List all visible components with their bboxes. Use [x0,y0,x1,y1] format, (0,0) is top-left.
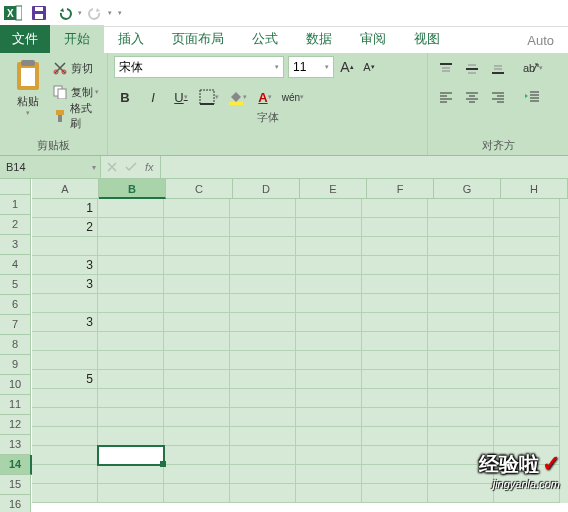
cell-G9[interactable] [428,351,494,370]
cell-C6[interactable] [164,294,230,313]
row-header-1[interactable]: 1 [0,195,31,215]
font-size-combobox[interactable]: 11 ▾ [288,56,334,78]
tab-review[interactable]: 审阅 [346,25,400,53]
column-header-H[interactable]: H [501,179,568,199]
cell-A8[interactable] [32,332,98,351]
cell-C13[interactable] [164,427,230,446]
cell-B15[interactable] [98,465,164,484]
fill-color-button[interactable]: ▾ [226,86,248,108]
cell-H9[interactable] [494,351,560,370]
cell-B9[interactable] [98,351,164,370]
tab-formulas[interactable]: 公式 [238,25,292,53]
cell-F2[interactable] [362,218,428,237]
cell-B4[interactable] [98,256,164,275]
cell-G6[interactable] [428,294,494,313]
tab-view[interactable]: 视图 [400,25,454,53]
cell-D9[interactable] [230,351,296,370]
cell-A14[interactable] [32,446,98,465]
cell-B13[interactable] [98,427,164,446]
cell-D4[interactable] [230,256,296,275]
cell-G15[interactable] [428,465,494,484]
copy-button[interactable]: 复制 ▾ [53,81,101,103]
cell-C4[interactable] [164,256,230,275]
cell-F1[interactable] [362,199,428,218]
cell-G7[interactable] [428,313,494,332]
cell-E11[interactable] [296,389,362,408]
row-header-12[interactable]: 12 [0,415,31,435]
cell-F16[interactable] [362,484,428,503]
column-header-G[interactable]: G [434,179,501,199]
font-color-button[interactable]: A▾ [254,86,276,108]
column-header-A[interactable]: A [32,179,99,199]
cell-H13[interactable] [494,427,560,446]
cell-G12[interactable] [428,408,494,427]
cell-E15[interactable] [296,465,362,484]
tab-home[interactable]: 开始 [50,25,104,53]
column-header-F[interactable]: F [367,179,434,199]
row-header-13[interactable]: 13 [0,435,31,455]
cell-A11[interactable] [32,389,98,408]
cell-G11[interactable] [428,389,494,408]
cell-F3[interactable] [362,237,428,256]
cell-E4[interactable] [296,256,362,275]
column-header-D[interactable]: D [233,179,300,199]
cell-D14[interactable] [230,446,296,465]
cell-G8[interactable] [428,332,494,351]
cell-A13[interactable] [32,427,98,446]
cell-G3[interactable] [428,237,494,256]
cell-C8[interactable] [164,332,230,351]
font-name-dropdown-icon[interactable]: ▾ [275,63,279,71]
cell-C3[interactable] [164,237,230,256]
cell-B8[interactable] [98,332,164,351]
column-header-C[interactable]: C [166,179,233,199]
paste-button[interactable]: 粘贴 ▾ [6,56,49,119]
redo-icon[interactable] [84,2,106,24]
cell-D2[interactable] [230,218,296,237]
cell-H1[interactable] [494,199,560,218]
cell-H3[interactable] [494,237,560,256]
cell-A12[interactable] [32,408,98,427]
font-size-dropdown-icon[interactable]: ▾ [325,63,329,71]
select-all-corner[interactable] [0,179,31,195]
row-header-10[interactable]: 10 [0,375,31,395]
cell-F12[interactable] [362,408,428,427]
cut-button[interactable]: 剪切 [53,57,101,79]
cell-H16[interactable] [494,484,560,503]
save-icon[interactable] [28,2,50,24]
cell-C2[interactable] [164,218,230,237]
cell-G14[interactable] [428,446,494,465]
cell-C9[interactable] [164,351,230,370]
cell-D16[interactable] [230,484,296,503]
cell-D7[interactable] [230,313,296,332]
cell-E16[interactable] [296,484,362,503]
cell-G5[interactable] [428,275,494,294]
row-header-3[interactable]: 3 [0,235,31,255]
cell-C7[interactable] [164,313,230,332]
cell-A16[interactable] [32,484,98,503]
cell-B12[interactable] [98,408,164,427]
cell-H11[interactable] [494,389,560,408]
cell-C14[interactable] [164,446,230,465]
cell-H6[interactable] [494,294,560,313]
align-right-button[interactable] [486,84,510,110]
cell-H2[interactable] [494,218,560,237]
cell-G13[interactable] [428,427,494,446]
tab-file[interactable]: 文件 [0,25,50,53]
decrease-font-button[interactable]: A▾ [360,57,378,77]
insert-function-button[interactable]: fx [145,161,154,173]
cell-A4[interactable]: 3 [32,256,98,275]
tab-page-layout[interactable]: 页面布局 [158,25,238,53]
cell-C16[interactable] [164,484,230,503]
cell-B10[interactable] [98,370,164,389]
cell-E8[interactable] [296,332,362,351]
cell-E7[interactable] [296,313,362,332]
decrease-indent-button[interactable] [516,84,548,108]
undo-dropdown-icon[interactable]: ▾ [78,9,82,17]
cell-G4[interactable] [428,256,494,275]
cell-E6[interactable] [296,294,362,313]
cell-E3[interactable] [296,237,362,256]
cell-B11[interactable] [98,389,164,408]
cell-E5[interactable] [296,275,362,294]
cell-G16[interactable] [428,484,494,503]
cell-F5[interactable] [362,275,428,294]
